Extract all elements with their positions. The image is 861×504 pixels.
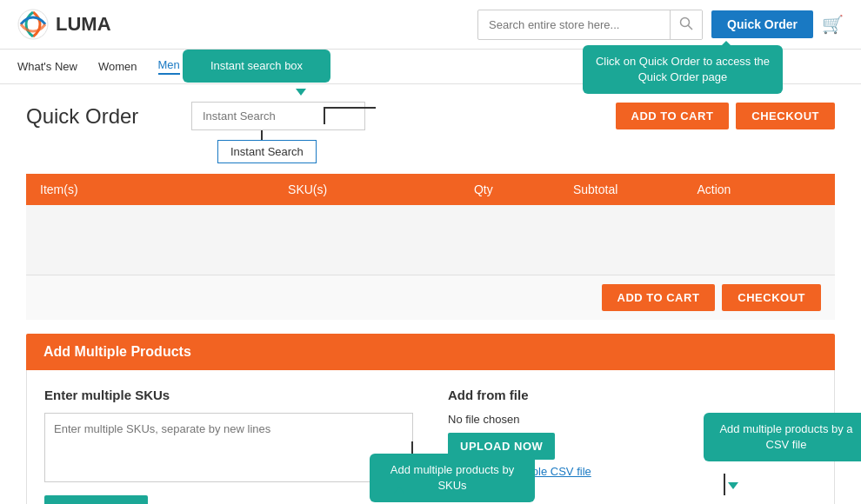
table-header: Item(s) SKU(s) Qty Subtotal Action bbox=[26, 174, 835, 205]
sku-textarea[interactable] bbox=[44, 413, 413, 482]
add-to-cart-button-top[interactable]: ADD TO CART bbox=[616, 103, 730, 129]
tooltip-arrow-down bbox=[296, 89, 306, 96]
amp-header: Add Multiple Products bbox=[26, 334, 835, 370]
checkout-button-bottom[interactable]: CHECKOUT bbox=[722, 284, 821, 311]
col-action: Action bbox=[697, 182, 821, 196]
main-content: Quick Order Instant search box Instant S… bbox=[0, 84, 861, 504]
amp-body: Enter multiple SKUs Add multiple product… bbox=[26, 370, 835, 504]
checkout-button-top[interactable]: CHECKOUT bbox=[736, 103, 835, 129]
search-input[interactable] bbox=[478, 12, 670, 37]
csv-tooltip-arrow bbox=[728, 482, 738, 489]
sku-section-title: Enter multiple SKUs bbox=[44, 388, 413, 402]
col-qty: Qty bbox=[474, 182, 573, 196]
csv-connector bbox=[724, 474, 725, 495]
quick-order-tooltip: Click on Quick Order to access the Quick… bbox=[583, 45, 783, 94]
csv-tooltip: Add multiple products by a CSV file bbox=[704, 413, 861, 461]
col-items: Item(s) bbox=[40, 182, 288, 196]
instant-search-label: Instant Search bbox=[217, 140, 317, 163]
connector-horizontal bbox=[324, 107, 376, 109]
col-subtotal: Subtotal bbox=[573, 182, 697, 196]
search-button[interactable] bbox=[670, 10, 702, 39]
nav-whats-new[interactable]: What's New bbox=[17, 60, 77, 73]
sku-section: Enter multiple SKUs Add multiple product… bbox=[44, 388, 413, 504]
sku-tooltip-arrow bbox=[394, 487, 404, 494]
add-multiple-section: Add Multiple Products Enter multiple SKU… bbox=[26, 334, 835, 504]
instant-search-input[interactable] bbox=[191, 102, 365, 130]
nav-men[interactable]: Men bbox=[158, 58, 180, 75]
nav-women[interactable]: Women bbox=[98, 60, 137, 73]
add-to-list-button[interactable]: ADD TO LIST bbox=[44, 495, 148, 504]
search-bar bbox=[477, 10, 703, 40]
page-title: Quick Order bbox=[26, 104, 165, 129]
cart-icon[interactable]: 🛒 bbox=[822, 14, 844, 35]
search-icon bbox=[679, 17, 693, 30]
quick-order-button[interactable]: Quick Order bbox=[711, 10, 813, 38]
logo-text: LUMA bbox=[56, 13, 111, 36]
bottom-buttons-row: ADD TO CART CHECKOUT bbox=[26, 275, 835, 320]
svg-point-0 bbox=[18, 10, 48, 39]
instant-search-tooltip: Instant search box bbox=[183, 50, 330, 83]
col-sku: SKU(s) bbox=[288, 182, 474, 196]
connector-vertical bbox=[324, 107, 325, 124]
empty-table-area bbox=[26, 205, 835, 275]
logo-icon bbox=[17, 9, 49, 40]
sku-tooltip: Add multiple products by SKUs bbox=[370, 454, 535, 502]
file-section-title: Add from file bbox=[448, 388, 817, 402]
logo: LUMA bbox=[17, 9, 111, 40]
add-to-cart-button-bottom[interactable]: ADD TO CART bbox=[602, 284, 716, 311]
svg-line-2 bbox=[688, 25, 692, 30]
